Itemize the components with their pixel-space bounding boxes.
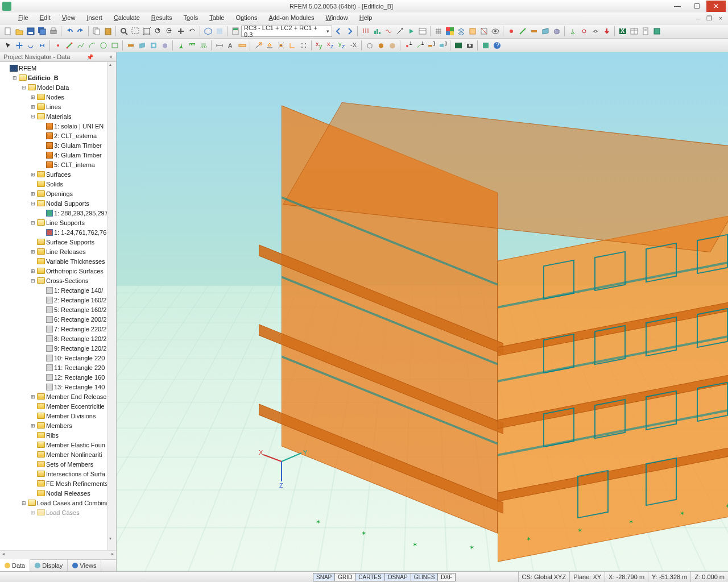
num-nodes-icon[interactable]: 1 <box>403 40 413 51</box>
zoom-extents-icon[interactable] <box>141 26 152 37</box>
tree-cs-9[interactable]: 9: Rectangle 120/2 <box>0 343 116 353</box>
line-sel-icon[interactable] <box>517 26 528 37</box>
move-icon[interactable] <box>14 40 24 51</box>
doc-minimize-icon[interactable]: – <box>693 15 703 22</box>
open-icon[interactable] <box>14 26 24 37</box>
support-icon[interactable] <box>567 26 578 37</box>
cyz-icon[interactable]: yz <box>337 40 348 51</box>
rect-icon[interactable] <box>109 40 120 51</box>
solid-sel-icon[interactable] <box>551 26 562 37</box>
menu-view[interactable]: View <box>56 13 81 24</box>
minimize-button[interactable]: — <box>668 1 687 12</box>
menu-window[interactable]: Window <box>320 13 354 24</box>
num-surf-icon[interactable]: 1 <box>437 40 448 51</box>
measure-icon[interactable] <box>237 40 247 51</box>
hinge-icon[interactable] <box>578 26 589 37</box>
save-icon[interactable] <box>25 26 36 37</box>
toggle-cartes[interactable]: CARTES <box>355 573 384 581</box>
tree-cs-10[interactable]: 10: Rectangle 220 <box>0 353 116 363</box>
member-create-icon[interactable] <box>125 40 136 51</box>
clip-icon[interactable] <box>478 26 489 37</box>
viewport[interactable]: ✶ ✶ ✶ ✶ ✶ ✶ ✶ ✶ ✶ ✶ Y X Z <box>117 52 728 571</box>
tree-project[interactable]: ⊟Edificio_B <box>0 73 116 82</box>
deform-icon[interactable] <box>383 26 394 37</box>
tree-scrollbar[interactable] <box>107 62 116 550</box>
tree-material-3[interactable]: 3: Glulam Timber <box>0 140 116 150</box>
snap-int-icon[interactable] <box>275 40 286 51</box>
arc-icon[interactable] <box>86 40 97 51</box>
menu-tools[interactable]: Tools <box>177 13 204 24</box>
tree-openings[interactable]: ⊞Openings <box>0 189 116 198</box>
maximize-button[interactable]: ☐ <box>687 1 706 12</box>
cminus-icon[interactable]: -X <box>348 40 359 51</box>
num-members-icon[interactable]: 1 <box>425 40 436 51</box>
green-icon[interactable] <box>480 40 491 51</box>
tree-material-2[interactable]: 2: CLT_esterna <box>0 131 116 140</box>
tree-load-cases[interactable]: ⊟Load Cases and Combina <box>0 498 116 508</box>
tree-surface-supports[interactable]: Surface Supports <box>0 237 116 247</box>
tree-member-div[interactable]: Member Divisions <box>0 411 116 421</box>
tree-ribs[interactable]: Ribs <box>0 430 116 440</box>
tree-line-releases[interactable]: ⊞Line Releases <box>0 247 116 256</box>
tree-member-nonlin[interactable]: Member Nonlineariti <box>0 450 116 459</box>
navigator-tree[interactable]: ▸RFEM ⊟Edificio_B ⊟Model Data ⊞Nodes ⊞Li… <box>0 62 116 550</box>
circle-icon[interactable] <box>98 40 109 51</box>
copy-icon[interactable] <box>91 26 102 37</box>
tree-nodal-support-1[interactable]: 1: 288,293,295,297 <box>0 208 116 218</box>
panel-close-icon[interactable]: × <box>109 54 113 60</box>
show-loads-icon[interactable] <box>360 26 371 37</box>
rotate2-icon[interactable] <box>25 40 36 51</box>
toggle-osnap[interactable]: OSNAP <box>384 573 411 581</box>
surface-create-icon[interactable] <box>136 40 147 51</box>
tree-member-elastic[interactable]: Member Elastic Foun <box>0 440 116 450</box>
tree-line-support-1[interactable]: 1: 1-24,761,762,76 <box>0 227 116 237</box>
paste-icon[interactable] <box>102 26 113 37</box>
select-icon[interactable] <box>2 40 13 51</box>
render-solid-icon[interactable] <box>375 40 386 51</box>
print-icon[interactable] <box>48 26 59 37</box>
layers-icon[interactable] <box>456 26 466 37</box>
support-n-icon[interactable] <box>175 40 186 51</box>
scale-icon[interactable] <box>394 26 405 37</box>
tree-var-thick[interactable]: Variable Thicknesses <box>0 256 116 266</box>
tree-sets-members[interactable]: Sets of Members <box>0 459 116 469</box>
tree-cs-12[interactable]: 12: Rectangle 160 <box>0 372 116 382</box>
polyline-icon[interactable] <box>75 40 86 51</box>
line-create-icon[interactable] <box>64 40 75 51</box>
calc-icon[interactable] <box>230 26 241 37</box>
text-icon[interactable]: A <box>225 40 236 51</box>
menu-options[interactable]: Options <box>230 13 263 24</box>
tree-nodes[interactable]: ⊞Nodes <box>0 92 116 102</box>
menu-addon[interactable]: Add-on Modules <box>263 13 320 24</box>
excel2-icon[interactable] <box>453 40 464 51</box>
loadcase-combo[interactable]: RC3 - LC1 + LC2 + RC1 + 0.3 ▾ <box>241 26 332 37</box>
tree-ortho[interactable]: ⊞Orthotropic Surfaces <box>0 266 116 276</box>
tree-nodal-supports[interactable]: ⊟Nodal Supports <box>0 198 116 208</box>
prev-lc-icon[interactable] <box>333 26 344 37</box>
show-results-icon[interactable] <box>371 26 382 37</box>
saveall-icon[interactable] <box>36 26 47 37</box>
tree-cs-8[interactable]: 8: Rectangle 120/2 <box>0 334 116 343</box>
isometric-icon[interactable] <box>202 26 213 37</box>
render-wire-icon[interactable] <box>364 40 375 51</box>
tree-cs-6[interactable]: 6: Rectangle 200/2 <box>0 314 116 324</box>
find-icon[interactable] <box>118 26 129 37</box>
tab-views[interactable]: Views <box>68 560 101 571</box>
visibility-icon[interactable] <box>490 26 500 37</box>
excel-icon[interactable]: X <box>617 26 628 37</box>
toggle-glines[interactable]: GLINES <box>411 573 439 581</box>
cxy-icon[interactable]: xy <box>314 40 325 51</box>
grid-props-icon[interactable] <box>433 26 444 37</box>
tree-cs-13[interactable]: 13: Rectangle 140 <box>0 382 116 392</box>
view-xy-icon[interactable] <box>214 26 225 37</box>
section-icon[interactable] <box>467 26 478 37</box>
module-icon[interactable] <box>651 26 662 37</box>
node-sel-icon[interactable] <box>506 26 516 37</box>
dimension-icon[interactable] <box>214 40 225 51</box>
support-l-icon[interactable] <box>187 40 197 51</box>
tree-load-cases-sub[interactable]: ⊞Load Cases <box>0 508 116 517</box>
tree-cs-2[interactable]: 2: Rectangle 160/2 <box>0 295 116 305</box>
colors-icon[interactable] <box>444 26 455 37</box>
tree-nodal-releases[interactable]: Nodal Releases <box>0 488 116 498</box>
menu-table[interactable]: Table <box>204 13 230 24</box>
